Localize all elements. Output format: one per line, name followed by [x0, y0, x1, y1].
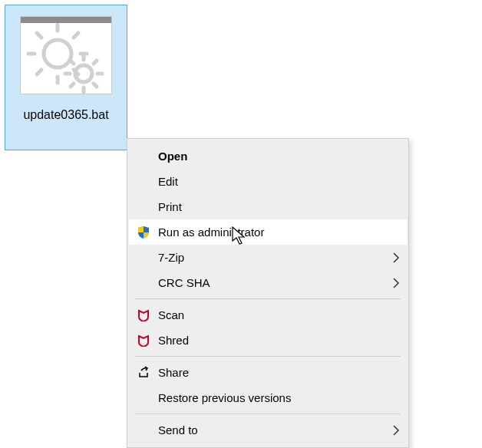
- menu-share[interactable]: Share: [129, 360, 407, 385]
- menu-run-as-administrator[interactable]: Run as administrator: [129, 219, 407, 245]
- bat-file-icon: [20, 16, 112, 94]
- menu-separator: [135, 298, 401, 299]
- svg-line-6: [74, 33, 78, 38]
- svg-point-0: [44, 40, 71, 68]
- file-name-label: update0365.bat: [23, 108, 108, 122]
- svg-line-15: [94, 61, 97, 64]
- menu-scan[interactable]: Scan: [129, 302, 407, 328]
- menu-restore-previous-versions[interactable]: Restore previous versions: [129, 385, 407, 410]
- gears-icon: [21, 17, 111, 94]
- chevron-right-icon: [385, 252, 407, 263]
- menu-shred[interactable]: Shred: [129, 328, 407, 353]
- svg-line-5: [37, 33, 41, 38]
- chevron-right-icon: [385, 278, 407, 288]
- menu-print[interactable]: Print: [129, 194, 407, 219]
- share-icon: [129, 366, 158, 380]
- menu-open[interactable]: Open: [129, 143, 407, 169]
- svg-line-7: [37, 70, 41, 74]
- mcafee-icon: [129, 334, 158, 347]
- menu-separator: [135, 413, 401, 414]
- file-item[interactable]: update0365.bat: [5, 5, 127, 150]
- menu-crc-sha[interactable]: CRC SHA: [129, 270, 407, 295]
- chevron-right-icon: [385, 425, 407, 436]
- shield-icon: [129, 226, 158, 239]
- menu-7zip[interactable]: 7-Zip: [129, 245, 407, 270]
- svg-line-16: [71, 84, 74, 87]
- context-menu: Open Edit Print Run as administrator 7-Z…: [127, 138, 409, 448]
- svg-line-17: [94, 84, 97, 87]
- mcafee-icon: [129, 309, 158, 321]
- menu-edit[interactable]: Edit: [129, 169, 407, 194]
- menu-separator: [135, 356, 401, 357]
- svg-line-14: [71, 61, 74, 64]
- menu-send-to[interactable]: Send to: [129, 417, 407, 443]
